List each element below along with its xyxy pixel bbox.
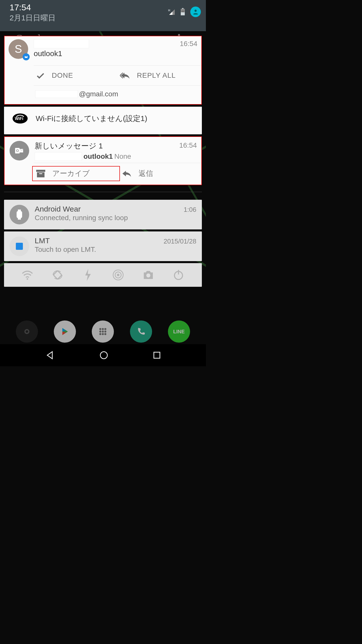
svg-rect-29 xyxy=(36,170,45,172)
inbox-badge-icon xyxy=(23,53,30,60)
notification-lmt[interactable]: LMT Touch to open LMT. 2015/01/28 xyxy=(4,231,202,261)
status-header[interactable]: 17:54 2月1日日曜日 H 41 xyxy=(0,0,206,31)
flash-toggle-icon[interactable] xyxy=(81,268,95,282)
svg-rect-21 xyxy=(181,12,185,15)
reply-label: 返信 xyxy=(139,169,153,179)
notification-actions: DONE REPLY ALL xyxy=(34,65,202,86)
svg-text:41: 41 xyxy=(182,10,184,13)
svg-point-9 xyxy=(104,328,106,330)
account-local-redacted xyxy=(35,90,78,98)
dock-line-icon[interactable]: LINE xyxy=(168,320,190,343)
svg-rect-46 xyxy=(154,352,160,358)
camera-toggle-icon[interactable] xyxy=(142,268,155,282)
outlook-actions: アーカイブ 返信 xyxy=(34,163,202,185)
svg-point-12 xyxy=(104,331,106,333)
wear-title: Android Wear xyxy=(35,205,184,213)
notification-time: 1:06 xyxy=(184,205,196,214)
svg-point-8 xyxy=(102,328,104,330)
lmt-sub: Touch to open LMT. xyxy=(35,246,164,254)
battery-icon: 41 xyxy=(179,8,186,15)
reply-icon xyxy=(121,170,132,177)
check-icon xyxy=(36,71,45,80)
hotspot-toggle-icon[interactable] xyxy=(111,268,125,282)
wifi-toggle-icon[interactable] xyxy=(21,268,34,282)
svg-text:O: O xyxy=(16,149,19,153)
svg-rect-33 xyxy=(18,218,21,220)
svg-rect-30 xyxy=(37,172,44,177)
avatar-letter: S xyxy=(15,43,22,55)
wifi-icon: WiFi xyxy=(10,113,30,124)
recent-apps-button[interactable] xyxy=(153,351,161,359)
power-toggle-icon[interactable] xyxy=(172,268,185,282)
autorotate-toggle-icon[interactable] xyxy=(51,268,64,282)
dock-apps-icon[interactable] xyxy=(92,320,114,343)
svg-point-7 xyxy=(99,328,101,330)
svg-point-11 xyxy=(102,331,104,333)
svg-marker-37 xyxy=(85,269,91,281)
outlook-app-icon: O xyxy=(10,141,29,160)
multiuser-avatar-icon[interactable] xyxy=(190,7,201,17)
header-right: H 41 xyxy=(168,3,201,17)
svg-point-23 xyxy=(195,10,197,12)
outlook-title: 新しいメッセージ 1 xyxy=(35,141,179,151)
svg-text:WiFi: WiFi xyxy=(15,116,23,121)
svg-point-3 xyxy=(26,330,28,333)
svg-rect-19 xyxy=(182,8,184,9)
done-label: DONE xyxy=(52,71,73,79)
sender-name-redacted xyxy=(34,39,89,48)
dock-camera-icon[interactable] xyxy=(16,320,38,343)
svg-point-45 xyxy=(100,352,107,359)
archive-label: アーカイブ xyxy=(52,169,90,179)
outlook-sender-bold: outlook1 xyxy=(83,152,113,160)
reply-all-button[interactable]: REPLY ALL xyxy=(118,66,202,85)
account-row: @gmail.com xyxy=(34,86,202,105)
svg-point-13 xyxy=(99,333,101,335)
dock-play-store-icon[interactable] xyxy=(54,320,76,343)
wear-app-icon xyxy=(10,205,29,224)
sender-avatar: S xyxy=(9,39,28,59)
nav-bar xyxy=(0,344,206,366)
svg-marker-44 xyxy=(47,352,52,359)
archive-button[interactable]: アーカイブ xyxy=(34,168,118,180)
back-button[interactable] xyxy=(45,351,54,360)
dock: LINE xyxy=(0,319,206,344)
svg-marker-18 xyxy=(169,12,172,15)
svg-point-41 xyxy=(146,273,150,277)
done-button[interactable]: DONE xyxy=(34,66,118,85)
clock-date: 2月1日日曜日 xyxy=(10,13,56,23)
wifi-text: Wi-Fiに接続していません(設定1) xyxy=(36,113,147,124)
dock-phone-icon[interactable] xyxy=(130,320,152,343)
svg-point-38 xyxy=(117,274,119,276)
notification-time: 16:54 xyxy=(179,141,197,161)
home-button[interactable] xyxy=(100,351,108,359)
account-domain: @gmail.com xyxy=(79,90,118,98)
svg-point-15 xyxy=(104,333,106,335)
outlook-sender-extra: None xyxy=(114,152,131,160)
notification-time: 16:54 xyxy=(180,39,197,59)
notification-wear[interactable]: Android Wear Connected, running sync loo… xyxy=(4,200,202,229)
svg-point-10 xyxy=(99,331,101,333)
notification-time: 2015/01/28 xyxy=(164,236,196,245)
header-left: 17:54 2月1日日曜日 xyxy=(10,3,56,23)
notification-outlook[interactable]: O 新しいメッセージ 1 outlook1 None 16:54 アーカイブ 返… xyxy=(4,136,202,185)
svg-text:H: H xyxy=(168,9,170,12)
network-signal-icon: H xyxy=(168,8,175,15)
reply-all-icon xyxy=(120,72,130,79)
low-priority-separator xyxy=(4,192,202,192)
svg-point-14 xyxy=(102,333,104,335)
svg-point-35 xyxy=(27,278,28,280)
outlook-sender-redacted xyxy=(35,152,82,161)
clock-time: 17:54 xyxy=(10,3,56,12)
notification-wifi[interactable]: WiFi Wi-Fiに接続していません(設定1) xyxy=(4,107,202,134)
lmt-app-icon xyxy=(10,236,29,256)
reply-button[interactable]: 返信 xyxy=(121,168,202,180)
outlook-subline: outlook1 None xyxy=(35,152,179,161)
lmt-title: LMT xyxy=(35,236,164,245)
notification-inbox[interactable]: S outlook1 16:54 DONE REPLY ALL xyxy=(4,36,202,105)
wear-sub: Connected, running sync loop xyxy=(35,214,184,222)
archive-icon xyxy=(36,169,46,178)
svg-rect-31 xyxy=(39,173,42,174)
quick-toggle-strip xyxy=(4,263,202,287)
email-subject: outlook1 xyxy=(34,49,180,58)
svg-rect-32 xyxy=(18,210,21,211)
